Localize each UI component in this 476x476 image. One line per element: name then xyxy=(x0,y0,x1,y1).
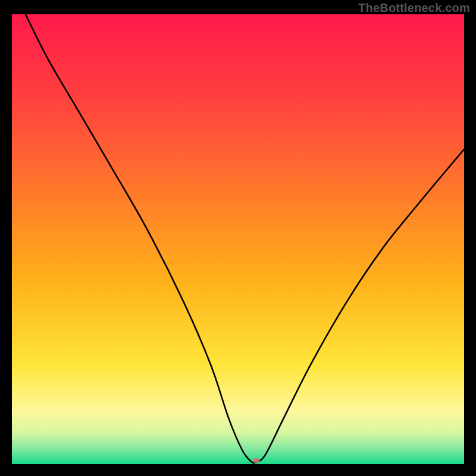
gradient-background xyxy=(12,14,464,464)
chart-frame: TheBottleneck.com xyxy=(0,0,476,476)
watermark-text: TheBottleneck.com xyxy=(358,1,470,15)
plot-svg xyxy=(12,14,464,464)
plot-area xyxy=(12,14,464,464)
optimum-marker xyxy=(252,458,259,463)
